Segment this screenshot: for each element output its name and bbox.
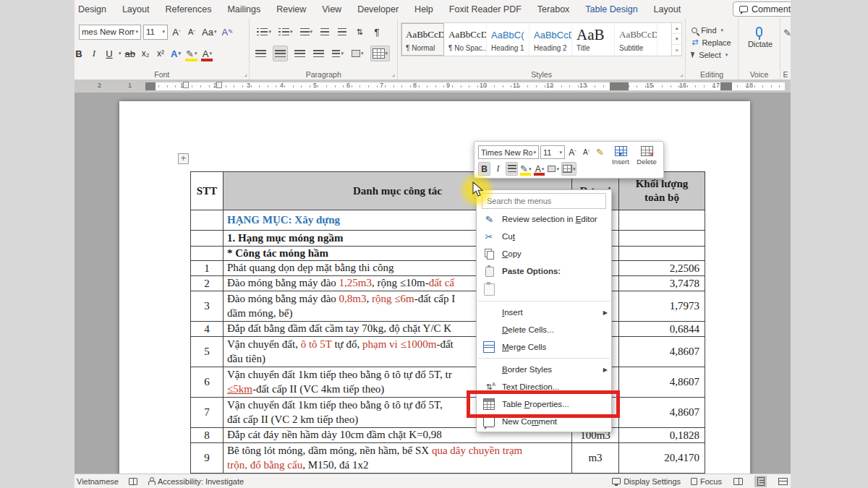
mini-insert-button[interactable]: Insert [608,144,634,166]
ribbon-tab-table-design[interactable]: Table Design [577,4,645,14]
mini-font-name-combo[interactable]: Times New Ror ▾ [478,145,539,159]
change-case-button[interactable]: Aa▾ [200,24,218,40]
cell-qty[interactable]: 20,4170 [619,443,705,473]
ribbon-tab-foxit-reader-pdf[interactable]: Foxit Reader PDF [441,4,529,14]
align-right-button[interactable] [293,46,307,61]
ribbon-tab-layout[interactable]: Layout [114,4,158,14]
dictate-button[interactable]: Dictate [741,21,777,48]
font-size-combo[interactable]: 11 ▾ [143,25,168,40]
cell-qty[interactable]: 0,1828 [619,428,705,442]
print-layout-button[interactable] [754,476,767,487]
table-row[interactable]: 1. Hạng mục móng ngầm [191,231,705,247]
cell-qty[interactable] [619,247,705,260]
table-row[interactable]: 3Đào móng bằng máy đào 0,8m3, rộng ≤6m-đ… [191,291,705,322]
table-row[interactable]: 4Đắp đất bằng đầm đất cầm tay 70kg, độ c… [191,322,705,337]
bullets-button[interactable]: ▾ [255,24,273,40]
select-button[interactable]: Select▾ [689,48,735,61]
style-item-subtitle[interactable]: AaBbCcDdSubtitle [615,23,658,56]
line-spacing-button[interactable]: ▾ [331,46,345,61]
ribbon-tab-developer[interactable]: Developer [349,4,407,14]
cell-stt[interactable]: 3 [191,291,224,321]
table-row[interactable]: 6Vận chuyển đất 1km tiếp theo bằng ô tô … [191,367,705,398]
menu-item-review-selection-in-editor[interactable]: Review selection in Editor [477,210,611,228]
cell-qty[interactable]: 1,7973 [619,291,705,321]
mini-shading-button[interactable]: ▾ [547,162,560,176]
menu-item-delete-cells[interactable]: Delete Cells... [477,321,611,338]
shading-button[interactable]: ▾ [350,46,365,61]
mini-highlight-button[interactable]: ✎▾ [519,162,532,176]
font-dialog-launcher[interactable]: ⌟ [244,70,247,77]
underline-button[interactable]: U [103,46,116,61]
cell-qty[interactable]: 0,6844 [619,322,705,336]
cell-desc[interactable]: Bê tông lót móng, dầm móng, nền hầm, bể … [224,443,572,473]
cell-qty[interactable]: 4,8607 [619,337,705,367]
font-name-combo[interactable]: mes New Romar ▾ [79,25,141,40]
mini-italic-button[interactable]: I [492,162,504,176]
grow-font-button[interactable]: Aˆ [170,24,183,40]
display-settings-button[interactable]: Display Settings [612,477,681,486]
align-left-button[interactable] [254,46,268,61]
style-item-heading-2[interactable]: AaBbCcDHeading 2 [529,23,572,56]
multilevel-list-button[interactable]: ▾ [299,24,315,40]
mini-font-size-combo[interactable]: 11 ▾ [540,145,565,159]
document-table[interactable]: STTDanh mục công tácĐơn vịKhối lượngtoàn… [190,171,705,474]
menu-item-merge-cells[interactable]: Merge Cells [477,338,611,356]
mini-shrink-font-button[interactable]: Aˇ [580,145,592,159]
font-color-button[interactable]: A▾ [200,46,213,61]
indent-marker[interactable] [183,82,189,88]
ruler[interactable]: 21123456789101112131415161718 [75,80,791,93]
ribbon-tab-design[interactable]: Design [75,4,114,14]
cell-qty[interactable]: 4,8607 [619,398,705,427]
language-status[interactable]: Vietnamese [77,477,119,486]
web-layout-button[interactable] [777,476,789,487]
cell-stt[interactable]: 7 [191,398,224,427]
ribbon-tab-view[interactable]: View [314,4,349,14]
mini-grow-font-button[interactable]: Aˆ [566,145,579,159]
menu-item-paste-large[interactable] [477,280,611,299]
scroll-up-icon[interactable]: ▴ [672,23,681,34]
mini-format-painter-button[interactable]: ✎ [594,145,606,159]
chevron-down-icon[interactable]: ▾ [119,51,122,56]
style-item-heading-1[interactable]: AaBbC(Heading 1 [487,23,529,56]
table-row[interactable]: 7Vận chuyển đất 1km tiếp theo bằng ô tô … [191,398,705,428]
proofing-status[interactable] [129,478,137,485]
cell-stt[interactable]: 2 [191,276,224,291]
indent-marker[interactable] [216,82,222,88]
show-paragraph-marks-button[interactable]: ¶ [370,24,383,40]
more-styles-icon[interactable]: ≡ [672,45,681,56]
shrink-font-button[interactable]: Aˇ [185,24,198,40]
ruler-table-marker[interactable] [145,82,156,90]
ribbon-tab-review[interactable]: Review [268,4,314,14]
justify-button[interactable] [312,46,326,61]
decrease-indent-button[interactable] [318,24,331,40]
styles-dialog-launcher[interactable]: ⌟ [680,70,683,77]
table-row[interactable]: 8Đắp cát đáy nền hầm dày 10cm đầm chặt K… [191,428,705,443]
menu-item-cut[interactable]: Cut [477,228,611,245]
cell-qty[interactable] [619,231,705,246]
cell-qty[interactable]: 3,7478 [619,276,705,291]
text-effects-button[interactable]: A▾ [169,46,182,61]
replace-button[interactable]: ⇄Replace [689,36,735,48]
table-row[interactable]: 1Phát quang dọn dẹp mặt bằng thi công2,2… [191,261,705,276]
table-move-handle[interactable]: + [178,153,189,164]
increase-indent-button[interactable] [336,24,349,40]
cell-stt[interactable]: 1 [191,261,224,275]
menu-search-box[interactable] [482,193,606,209]
ribbon-tab-help[interactable]: Help [407,4,441,14]
ribbon-tab-references[interactable]: References [157,4,219,14]
read-mode-button[interactable] [732,476,744,487]
paragraph-dialog-launcher[interactable]: ⌟ [392,70,395,77]
ribbon-tab-mailings[interactable]: Mailings [219,4,268,14]
mini-align-button[interactable] [506,162,518,176]
cell-qty[interactable]: 4,8607 [619,367,705,397]
cell-stt[interactable]: 6 [191,367,224,397]
cell-qty[interactable] [619,210,705,230]
highlight-color-button[interactable]: ✎▾ [184,46,198,61]
menu-item-copy[interactable]: Copy [477,245,611,262]
numbering-button[interactable]: ▾ [277,24,294,40]
style-item-title[interactable]: AaBTitle [572,23,615,56]
menu-item-paste-options[interactable]: Paste Options: [477,262,611,280]
mini-borders-button[interactable]: ▾ [561,162,577,176]
ruler-table-marker[interactable] [720,82,732,90]
menu-item-border-styles[interactable]: Border Styles▶ [477,361,611,378]
